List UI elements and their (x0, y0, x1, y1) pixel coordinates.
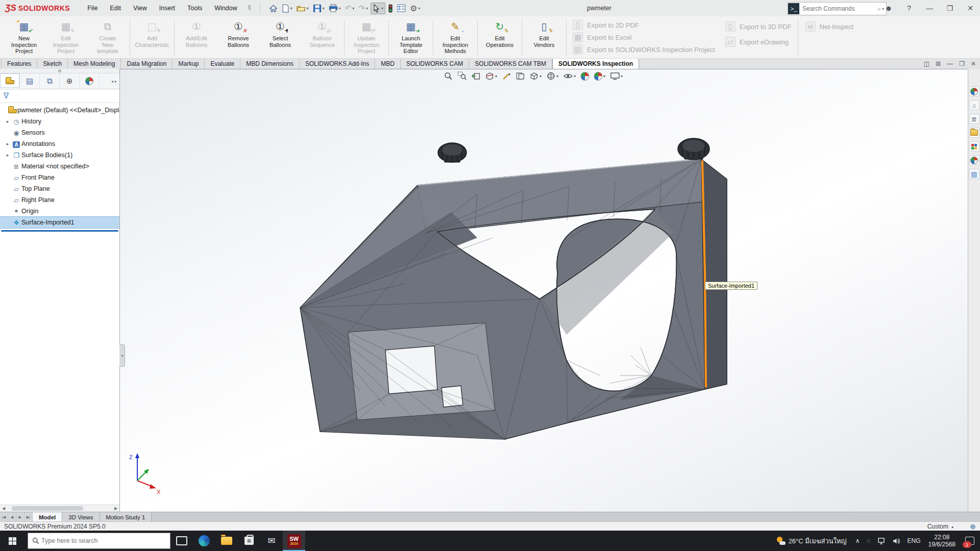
redo-button[interactable]: ↷▾ (357, 3, 370, 14)
3d-views-tab[interactable]: 3D Views (62, 512, 100, 522)
undo-button[interactable]: ↶▾ (344, 3, 356, 14)
rollback-bar[interactable] (1, 230, 118, 232)
edit-operations-button[interactable]: ↻✎ Edit Operations (479, 16, 521, 58)
create-new-template-button[interactable]: ⧉ Create New template (87, 16, 129, 58)
add-edit-balloons-button[interactable]: ① Add/Edit Balloons (176, 16, 217, 58)
tab-scroll-right-icon[interactable]: ▶ (16, 512, 24, 522)
tree-item-surface-imported1[interactable]: ❖ Surface-Imported1 (0, 217, 119, 228)
status-custom-dropdown[interactable]: Custom▴ (927, 523, 953, 530)
clock[interactable]: 22:08 19/6/2568 (924, 534, 960, 548)
tree-root[interactable]: pwmeter (Default) <<Default>_Displa (0, 105, 119, 116)
edge-browser-icon[interactable] (193, 531, 215, 551)
search-icon[interactable]: ⌕ (877, 5, 881, 12)
tab-markup[interactable]: Markup (173, 59, 205, 69)
3d-model-canvas[interactable]: Z X (120, 69, 968, 512)
export-sw-inspection-button[interactable]: ▥ Export to SOLIDWORKS Inspection Projec… (573, 44, 715, 55)
view-settings-icon[interactable]: ▾ (610, 71, 623, 81)
edit-inspection-project-button[interactable]: ▦✎ Edit Inspection Project (45, 16, 87, 58)
design-library-icon[interactable]: ≣ (969, 114, 979, 124)
tab-solidworks-cam[interactable]: SOLIDWORKS CAM (401, 59, 469, 69)
select-tool-button[interactable]: ▾ (371, 3, 385, 14)
remove-balloons-button[interactable]: ①✕ Remove Balloons (217, 16, 259, 58)
display-manager-tab[interactable] (80, 73, 100, 89)
3d-drawing-view-icon[interactable] (516, 71, 525, 81)
file-explorer-icon[interactable] (969, 128, 979, 138)
select-balloons-button[interactable]: ①➤ Select Balloons (259, 16, 301, 58)
scrollbar-thumb[interactable] (12, 506, 83, 511)
new-inspection-project-button[interactable]: ▦✔✦ New Inspection Project (3, 16, 45, 58)
expand-caret-icon[interactable]: ▸ (4, 153, 11, 158)
taskbar-search-input[interactable] (39, 537, 170, 544)
add-characteristic-button[interactable]: ⬚✎ Add Characteristic (131, 16, 173, 58)
tree-item-material[interactable]: ≣ Material <not specified> (0, 161, 119, 172)
edit-appearance-icon[interactable] (580, 72, 589, 81)
net-inspect-button[interactable]: ni Net-Inspect (805, 21, 853, 32)
restore-button[interactable]: ❐ (943, 4, 957, 12)
print-button[interactable]: ▾ (327, 3, 342, 13)
tab-data-migration[interactable]: Data Migration (121, 59, 173, 69)
doc-minimize-button[interactable]: — (947, 60, 953, 67)
section-view-icon[interactable]: ▾ (485, 71, 497, 81)
model-tab[interactable]: Model (33, 512, 62, 522)
home-icon[interactable]: ⌂ (969, 100, 979, 110)
custom-properties-icon[interactable]: ▤ (969, 169, 979, 179)
3dexperience-icon[interactable] (969, 86, 979, 96)
panel-splitter-handle[interactable]: ◂ (119, 344, 125, 367)
menu-file[interactable]: File (81, 0, 104, 16)
featuremanager-tree-tab[interactable] (0, 73, 20, 89)
account-icon[interactable]: ☻ (882, 4, 895, 12)
save-button[interactable]: ▾ (311, 3, 326, 14)
menu-tools[interactable]: Tools (181, 0, 208, 16)
mail-icon[interactable]: ✉ (260, 531, 283, 551)
new-document-button[interactable]: ▾ (280, 3, 294, 14)
tab-evaluate[interactable]: Evaluate (205, 59, 240, 69)
tray-expand-chevron-icon[interactable]: ∧ (852, 537, 864, 544)
taskbar-search[interactable] (28, 533, 170, 549)
pin-menu-icon[interactable]: ✎ (245, 3, 255, 13)
menu-edit[interactable]: Edit (104, 0, 127, 16)
display-style-icon[interactable]: ▾ (546, 71, 558, 81)
command-search-input[interactable] (799, 5, 877, 12)
tab-scroll-last-icon[interactable]: ▶| (24, 512, 33, 522)
edit-vendors-button[interactable]: ▯✎ Edit Vendors (523, 16, 565, 58)
tile-horizontal-icon[interactable]: ◫ (924, 60, 929, 67)
microsoft-store-icon[interactable]: ⊞ (238, 531, 260, 551)
appearances-icon[interactable] (969, 155, 979, 165)
tree-item-right-plane[interactable]: ▱ Right Plane (0, 194, 119, 206)
tree-item-surface-bodies[interactable]: ▸ ❒ Surface Bodies(1) (0, 149, 119, 161)
export-edrawing-button[interactable]: ▱ Export eDrawing (725, 37, 792, 47)
view-palette-icon[interactable] (969, 141, 979, 152)
tab-mbd-dimensions[interactable]: MBD Dimensions (240, 59, 300, 69)
close-button[interactable]: ✕ (964, 4, 977, 12)
previous-view-icon[interactable] (471, 71, 480, 81)
action-center-button[interactable]: 2 (960, 531, 980, 551)
zoom-fit-icon[interactable] (444, 71, 453, 81)
tab-features[interactable]: Features (1, 59, 37, 69)
help-icon[interactable]: ? (902, 4, 916, 12)
language-indicator[interactable]: ENG (904, 537, 924, 544)
tree-item-annotations[interactable]: ▸ A Annotations (0, 138, 119, 149)
network-icon[interactable] (874, 538, 889, 544)
filter-funnel-icon[interactable]: ∇ (4, 91, 9, 101)
tree-item-history[interactable]: ▸ ◷ History (0, 116, 119, 127)
annotation-views-icon[interactable] (502, 71, 511, 81)
rebuild-traffic-light-icon[interactable] (386, 3, 395, 14)
balloon-sequence-button[interactable]: ①② Balloon Sequence (301, 16, 343, 58)
tile-vertical-icon[interactable]: ⊞ (936, 60, 941, 67)
volume-icon[interactable] (889, 538, 904, 544)
expand-caret-icon[interactable]: ▸ (4, 119, 11, 124)
hide-show-items-icon[interactable]: ▾ (563, 71, 576, 81)
weather-widget[interactable]: 26°C มีเมฆส่วนใหญ่ (772, 536, 852, 546)
focus-assist-icon[interactable]: ◌ (863, 537, 874, 544)
task-view-button[interactable] (170, 531, 193, 551)
dimxpert-manager-tab[interactable]: ⊕ (60, 73, 80, 89)
view-orientation-icon[interactable]: ▾ (529, 71, 542, 81)
graphics-viewport[interactable]: ▾ ▾ ▾ ▾ ▾ ▾ (120, 69, 968, 512)
tab-mesh-modeling[interactable]: Mesh Modeling (68, 59, 121, 69)
launch-template-editor-button[interactable]: ▦➜ Launch Template Editor (390, 16, 432, 58)
update-inspection-project-button[interactable]: ▦⟳ Update Inspection Project (346, 16, 387, 58)
tab-scroll-first-icon[interactable]: |◀ (0, 512, 8, 522)
open-button[interactable]: ▾ (295, 3, 310, 13)
options-list-button[interactable] (396, 3, 407, 13)
file-explorer-icon[interactable] (215, 531, 238, 551)
